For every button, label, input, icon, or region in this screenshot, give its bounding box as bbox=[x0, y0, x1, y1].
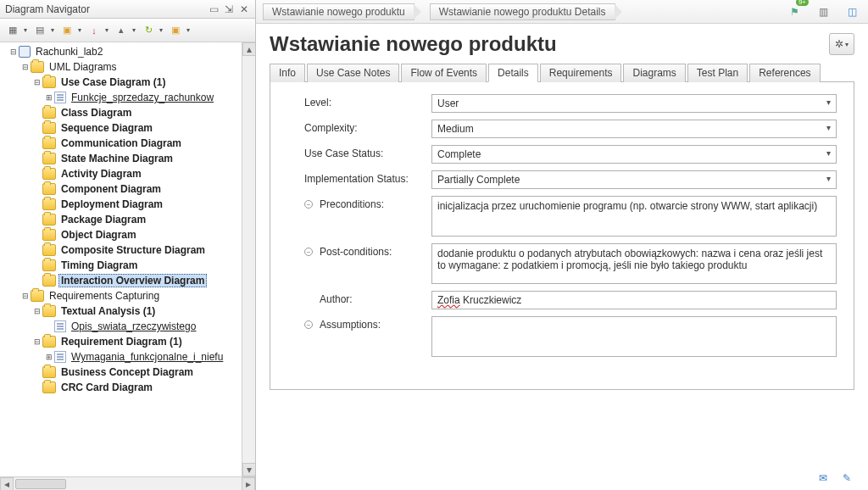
tree-item[interactable]: Business Concept Diagram bbox=[3, 365, 253, 380]
tree-item[interactable]: Use Case Diagram (1) bbox=[3, 75, 253, 90]
collapse-icon[interactable] bbox=[304, 248, 313, 256]
twisty-icon[interactable] bbox=[44, 352, 54, 362]
tree-item-label: Use Case Diagram (1) bbox=[58, 75, 168, 89]
tab-details[interactable]: Details bbox=[488, 64, 538, 82]
twisty-icon[interactable] bbox=[32, 306, 42, 316]
assumptions-textarea[interactable] bbox=[431, 316, 837, 357]
breadcrumb-item[interactable]: Wstawianie nowego produktu bbox=[263, 3, 415, 20]
tab-requirements[interactable]: Requirements bbox=[540, 64, 622, 82]
edit-icon[interactable]: ✎ bbox=[839, 471, 854, 485]
postconditions-textarea[interactable]: dodanie produktu o podanych atrybutach o… bbox=[431, 243, 837, 284]
tree-item[interactable]: Opis_swiata_rzeczywistego bbox=[3, 319, 253, 334]
tree-scroll[interactable]: Rachunki_lab2 UML Diagrams Use Case Diag… bbox=[0, 42, 255, 476]
tree-item[interactable]: Funkcje_sprzedazy_rachunkow bbox=[3, 90, 253, 105]
author-input[interactable]: Zofia Kruczkiewicz bbox=[431, 291, 837, 309]
settings-button[interactable]: ✲▾ bbox=[829, 33, 854, 55]
scroll-down-icon[interactable]: ▾ bbox=[242, 463, 256, 476]
scroll-right-icon[interactable]: ▸ bbox=[242, 477, 255, 491]
tree-item[interactable]: Deployment Diagram bbox=[3, 197, 253, 212]
twisty-icon[interactable] bbox=[20, 291, 31, 301]
tree-item[interactable]: Activity Diagram bbox=[3, 166, 253, 181]
twisty-icon[interactable] bbox=[32, 337, 42, 347]
tree-item[interactable]: Timing Diagram bbox=[3, 258, 253, 273]
implstatus-combo[interactable]: Partially Complete bbox=[431, 170, 837, 189]
tab-flow-of-events[interactable]: Flow of Events bbox=[401, 64, 487, 82]
tree-item-label: Class Diagram bbox=[58, 106, 134, 120]
tab-info[interactable]: Info bbox=[270, 64, 305, 82]
ucstatus-combo[interactable]: Complete bbox=[431, 145, 837, 164]
tree-item-label: Funkcje_sprzedazy_rachunkow bbox=[69, 91, 216, 104]
tree-item[interactable]: Communication Diagram bbox=[3, 136, 253, 151]
tree-item[interactable]: State Machine Diagram bbox=[3, 151, 253, 166]
preconditions-label: Preconditions: bbox=[320, 198, 384, 210]
document-icon bbox=[54, 351, 66, 363]
level-combo[interactable]: User bbox=[431, 94, 837, 113]
tree-uml-group[interactable]: UML Diagrams bbox=[3, 59, 253, 75]
refresh-icon[interactable]: ↻ bbox=[141, 23, 156, 38]
tree-item-label: Object Diagram bbox=[58, 228, 139, 242]
tree-item-label: Communication Diagram bbox=[58, 136, 184, 150]
tree-item-label: Component Diagram bbox=[58, 182, 164, 196]
tree-item[interactable]: Class Diagram bbox=[3, 105, 253, 120]
folder-icon bbox=[42, 244, 56, 256]
tree-item[interactable]: Interaction Overview Diagram bbox=[3, 273, 253, 288]
tab-references[interactable]: References bbox=[749, 64, 820, 82]
twisty-icon[interactable] bbox=[8, 47, 19, 57]
folder-icon bbox=[42, 366, 56, 378]
nav-up-icon[interactable]: ▴ bbox=[114, 23, 129, 38]
scroll-up-icon[interactable]: ▴ bbox=[242, 42, 256, 56]
navigator-toolbar: ▦▾ ▤▾ ▣▾ ↓▾ ▴▾ ↻▾ ▣▾ bbox=[0, 19, 255, 42]
tree-item[interactable]: Composite Structure Diagram bbox=[3, 242, 253, 258]
notifications-icon[interactable]: ⚑9+ bbox=[785, 3, 804, 20]
tree-group-label: UML Diagrams bbox=[47, 60, 120, 74]
details-form: Level: User Complexity: Medium Use Case … bbox=[270, 82, 854, 390]
scroll-thumb[interactable] bbox=[15, 479, 66, 489]
tab-use-case-notes[interactable]: Use Case Notes bbox=[307, 64, 399, 82]
tree-item[interactable]: Sequence Diagram bbox=[3, 120, 253, 136]
document-icon bbox=[54, 92, 66, 103]
breadcrumb-item[interactable]: Wstawianie nowego produktu Details bbox=[430, 3, 615, 20]
vertical-scrollbar[interactable]: ▴ ▾ bbox=[242, 42, 255, 476]
implstatus-label: Implementation Status: bbox=[304, 173, 409, 185]
scroll-left-icon[interactable]: ◂ bbox=[0, 477, 14, 491]
new-diagram-icon[interactable]: ▦ bbox=[5, 23, 20, 38]
horizontal-scrollbar[interactable]: ◂ ▸ bbox=[0, 476, 255, 490]
grid-icon[interactable]: ▥ bbox=[814, 3, 832, 20]
folder-icon[interactable]: ▣ bbox=[168, 23, 183, 38]
tab-diagrams[interactable]: Diagrams bbox=[623, 64, 685, 82]
navigator-titlebar: Diagram Navigator ▭ ⇲ ✕ bbox=[0, 0, 255, 19]
tree-req-group[interactable]: Requirements Capturing bbox=[3, 288, 253, 303]
mail-icon[interactable]: ✉ bbox=[815, 471, 831, 485]
close-icon[interactable]: ✕ bbox=[238, 3, 250, 15]
collapse-icon[interactable] bbox=[304, 200, 313, 209]
tree-item[interactable]: Package Diagram bbox=[3, 212, 253, 227]
window-icon[interactable]: ◫ bbox=[843, 3, 861, 20]
tree-item-label: Interaction Overview Diagram bbox=[58, 274, 207, 287]
complexity-label: Complexity: bbox=[304, 122, 358, 134]
tree-root-label: Rachunki_lab2 bbox=[33, 45, 105, 58]
tree-item-label: State Machine Diagram bbox=[58, 152, 175, 165]
tree-item[interactable]: Wymagania_funkcjonalne_i_niefu bbox=[3, 349, 253, 365]
save-icon[interactable]: ▣ bbox=[59, 23, 75, 38]
tree-item-label: Opis_swiata_rzeczywistego bbox=[69, 320, 198, 333]
twisty-icon[interactable] bbox=[20, 62, 31, 72]
twisty-icon[interactable] bbox=[44, 92, 54, 103]
tab-test-plan[interactable]: Test Plan bbox=[687, 64, 748, 82]
level-label: Level: bbox=[304, 97, 331, 109]
tree-item[interactable]: Object Diagram bbox=[3, 227, 253, 242]
tree-item[interactable]: Requirement Diagram (1) bbox=[3, 334, 253, 349]
tree-item[interactable]: Component Diagram bbox=[3, 181, 253, 197]
tree-item-label: Timing Diagram bbox=[58, 259, 140, 272]
pin-icon[interactable]: ⇲ bbox=[223, 3, 235, 15]
tree-item[interactable]: Textual Analysis (1) bbox=[3, 303, 253, 319]
restore-icon[interactable]: ▭ bbox=[208, 3, 220, 15]
open-icon[interactable]: ▤ bbox=[32, 23, 47, 38]
preconditions-textarea[interactable]: inicjalizacja przez uruchomienie program… bbox=[431, 196, 837, 237]
tree-item[interactable]: CRC Card Diagram bbox=[3, 380, 253, 395]
twisty-icon[interactable] bbox=[32, 77, 42, 87]
collapse-icon[interactable] bbox=[304, 320, 313, 329]
complexity-combo[interactable]: Medium bbox=[431, 120, 837, 138]
tree-root[interactable]: Rachunki_lab2 bbox=[3, 44, 253, 59]
sort-icon[interactable]: ↓ bbox=[86, 23, 102, 38]
tree-item-label: Composite Structure Diagram bbox=[58, 243, 208, 257]
